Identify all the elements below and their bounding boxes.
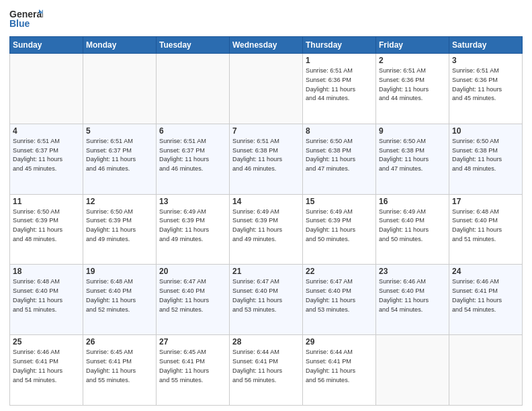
calendar-cell — [376, 335, 449, 406]
day-info: Sunrise: 6:50 AMSunset: 6:38 PMDaylight:… — [306, 137, 373, 174]
day-info: Sunrise: 6:51 AMSunset: 6:37 PMDaylight:… — [13, 137, 80, 174]
calendar-cell: 28Sunrise: 6:44 AMSunset: 6:41 PMDayligh… — [230, 335, 303, 406]
day-number: 13 — [159, 197, 226, 206]
calendar-cell: 20Sunrise: 6:47 AMSunset: 6:40 PMDayligh… — [157, 265, 230, 335]
weekday-header-thursday: Thursday — [303, 37, 376, 54]
day-number: 2 — [379, 56, 446, 65]
day-info: Sunrise: 6:50 AMSunset: 6:39 PMDaylight:… — [13, 208, 80, 244]
calendar-cell — [449, 335, 523, 406]
day-number: 23 — [379, 267, 446, 276]
day-number: 6 — [159, 126, 226, 136]
calendar-cell: 19Sunrise: 6:48 AMSunset: 6:40 PMDayligh… — [83, 265, 157, 335]
calendar-table: SundayMondayTuesdayWednesdayThursdayFrid… — [9, 36, 523, 406]
calendar-cell: 14Sunrise: 6:49 AMSunset: 6:39 PMDayligh… — [230, 194, 303, 265]
day-info: Sunrise: 6:48 AMSunset: 6:40 PMDaylight:… — [13, 277, 80, 314]
day-number: 14 — [232, 197, 300, 206]
page: General Blue SundayMondayTuesdayWednesda… — [0, 0, 532, 411]
day-number: 19 — [86, 267, 153, 276]
calendar-cell: 24Sunrise: 6:46 AMSunset: 6:41 PMDayligh… — [449, 265, 523, 335]
day-number: 12 — [86, 197, 153, 206]
day-info: Sunrise: 6:46 AMSunset: 6:41 PMDaylight:… — [452, 277, 519, 314]
day-info: Sunrise: 6:45 AMSunset: 6:41 PMDaylight:… — [159, 348, 226, 385]
calendar-cell: 6Sunrise: 6:51 AMSunset: 6:37 PMDaylight… — [157, 124, 230, 194]
weekday-header-sunday: Sunday — [10, 37, 83, 54]
day-info: Sunrise: 6:48 AMSunset: 6:40 PMDaylight:… — [86, 277, 153, 314]
day-number: 4 — [13, 126, 80, 136]
day-number: 11 — [13, 197, 80, 206]
logo-svg: General Blue — [9, 7, 43, 32]
weekday-header-monday: Monday — [83, 37, 157, 54]
calendar-cell: 11Sunrise: 6:50 AMSunset: 6:39 PMDayligh… — [10, 194, 83, 265]
day-info: Sunrise: 6:49 AMSunset: 6:39 PMDaylight:… — [306, 208, 373, 244]
day-info: Sunrise: 6:44 AMSunset: 6:41 PMDaylight:… — [306, 348, 373, 385]
logo: General Blue — [9, 7, 43, 32]
day-info: Sunrise: 6:50 AMSunset: 6:38 PMDaylight:… — [379, 137, 446, 174]
day-info: Sunrise: 6:49 AMSunset: 6:40 PMDaylight:… — [379, 208, 446, 244]
calendar-cell: 7Sunrise: 6:51 AMSunset: 6:38 PMDaylight… — [230, 124, 303, 194]
calendar-cell: 22Sunrise: 6:47 AMSunset: 6:40 PMDayligh… — [303, 265, 376, 335]
day-number: 9 — [379, 126, 446, 136]
day-number: 21 — [232, 267, 300, 276]
day-info: Sunrise: 6:46 AMSunset: 6:41 PMDaylight:… — [13, 348, 80, 385]
weekday-header-tuesday: Tuesday — [157, 37, 230, 54]
day-info: Sunrise: 6:47 AMSunset: 6:40 PMDaylight:… — [306, 277, 373, 314]
day-number: 8 — [306, 126, 373, 136]
calendar-cell — [230, 54, 303, 124]
calendar-cell: 5Sunrise: 6:51 AMSunset: 6:37 PMDaylight… — [83, 124, 157, 194]
calendar-cell — [83, 54, 157, 124]
calendar-cell: 12Sunrise: 6:50 AMSunset: 6:39 PMDayligh… — [83, 194, 157, 265]
day-number: 20 — [159, 267, 226, 276]
day-info: Sunrise: 6:47 AMSunset: 6:40 PMDaylight:… — [232, 277, 300, 314]
day-number: 26 — [86, 337, 153, 347]
calendar-cell — [10, 54, 83, 124]
calendar-cell: 4Sunrise: 6:51 AMSunset: 6:37 PMDaylight… — [10, 124, 83, 194]
weekday-header-wednesday: Wednesday — [230, 37, 303, 54]
day-number: 10 — [452, 126, 519, 136]
day-number: 17 — [452, 197, 519, 206]
day-info: Sunrise: 6:46 AMSunset: 6:40 PMDaylight:… — [379, 277, 446, 314]
day-info: Sunrise: 6:45 AMSunset: 6:41 PMDaylight:… — [86, 348, 153, 385]
day-number: 29 — [306, 337, 373, 347]
day-info: Sunrise: 6:50 AMSunset: 6:39 PMDaylight:… — [86, 208, 153, 244]
calendar-cell: 17Sunrise: 6:48 AMSunset: 6:40 PMDayligh… — [449, 194, 523, 265]
day-info: Sunrise: 6:44 AMSunset: 6:41 PMDaylight:… — [232, 348, 300, 385]
day-info: Sunrise: 6:47 AMSunset: 6:40 PMDaylight:… — [159, 277, 226, 314]
calendar-cell: 3Sunrise: 6:51 AMSunset: 6:36 PMDaylight… — [449, 54, 523, 124]
weekday-header-saturday: Saturday — [449, 37, 523, 54]
calendar-cell: 1Sunrise: 6:51 AMSunset: 6:36 PMDaylight… — [303, 54, 376, 124]
calendar-cell: 26Sunrise: 6:45 AMSunset: 6:41 PMDayligh… — [83, 335, 157, 406]
header: General Blue — [9, 7, 523, 32]
day-info: Sunrise: 6:51 AMSunset: 6:38 PMDaylight:… — [232, 137, 300, 174]
calendar-cell: 21Sunrise: 6:47 AMSunset: 6:40 PMDayligh… — [230, 265, 303, 335]
day-info: Sunrise: 6:49 AMSunset: 6:39 PMDaylight:… — [159, 208, 226, 244]
calendar-cell: 18Sunrise: 6:48 AMSunset: 6:40 PMDayligh… — [10, 265, 83, 335]
day-number: 1 — [306, 56, 373, 65]
day-number: 18 — [13, 267, 80, 276]
day-number: 24 — [452, 267, 519, 276]
day-number: 28 — [232, 337, 300, 347]
day-number: 5 — [86, 126, 153, 136]
day-number: 25 — [13, 337, 80, 347]
calendar-cell — [157, 54, 230, 124]
calendar-cell: 2Sunrise: 6:51 AMSunset: 6:36 PMDaylight… — [376, 54, 449, 124]
day-info: Sunrise: 6:51 AMSunset: 6:37 PMDaylight:… — [86, 137, 153, 174]
day-info: Sunrise: 6:51 AMSunset: 6:36 PMDaylight:… — [306, 66, 373, 103]
day-number: 3 — [452, 56, 519, 65]
calendar-cell: 8Sunrise: 6:50 AMSunset: 6:38 PMDaylight… — [303, 124, 376, 194]
svg-text:Blue: Blue — [9, 18, 30, 29]
calendar-cell: 29Sunrise: 6:44 AMSunset: 6:41 PMDayligh… — [303, 335, 376, 406]
calendar-cell: 16Sunrise: 6:49 AMSunset: 6:40 PMDayligh… — [376, 194, 449, 265]
day-number: 27 — [159, 337, 226, 347]
day-info: Sunrise: 6:51 AMSunset: 6:36 PMDaylight:… — [379, 66, 446, 103]
day-info: Sunrise: 6:49 AMSunset: 6:39 PMDaylight:… — [232, 208, 300, 244]
day-number: 22 — [306, 267, 373, 276]
day-number: 7 — [232, 126, 300, 136]
calendar-cell: 9Sunrise: 6:50 AMSunset: 6:38 PMDaylight… — [376, 124, 449, 194]
weekday-header-friday: Friday — [376, 37, 449, 54]
calendar-cell: 10Sunrise: 6:50 AMSunset: 6:38 PMDayligh… — [449, 124, 523, 194]
calendar-cell: 23Sunrise: 6:46 AMSunset: 6:40 PMDayligh… — [376, 265, 449, 335]
day-number: 15 — [306, 197, 373, 206]
calendar-cell: 15Sunrise: 6:49 AMSunset: 6:39 PMDayligh… — [303, 194, 376, 265]
day-info: Sunrise: 6:48 AMSunset: 6:40 PMDaylight:… — [452, 208, 519, 244]
day-info: Sunrise: 6:51 AMSunset: 6:36 PMDaylight:… — [452, 66, 519, 103]
